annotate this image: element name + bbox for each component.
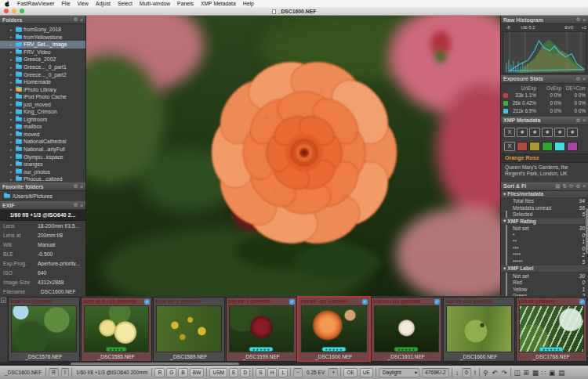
menu-item[interactable]: File: [61, 1, 70, 6]
chevron-right-icon[interactable]: ▸: [10, 139, 14, 144]
folder-tree-item[interactable]: ▸ Lightroom: [0, 116, 85, 124]
gear-icon[interactable]: ⚙: [575, 76, 580, 82]
rating-star-4-button[interactable]: ★: [554, 128, 565, 137]
thumbnail-image[interactable]: [84, 305, 150, 352]
thumbnail-checkbox[interactable]: ✓: [144, 299, 150, 305]
chevron-right-icon[interactable]: ▸: [10, 65, 14, 70]
gear-icon[interactable]: ⚙: [73, 202, 78, 208]
folder-tree-item[interactable]: ▸ oranges: [0, 161, 85, 168]
sharpen-button[interactable]: D: [240, 368, 250, 377]
filter-checkbox[interactable]: [506, 211, 507, 218]
close-icon[interactable]: ×: [80, 17, 83, 23]
gear-icon[interactable]: ⚙: [73, 16, 78, 23]
folder-tree-item[interactable]: ▸ just_moved: [0, 100, 85, 108]
folder-tree-item[interactable]: ▸ Homemade: [0, 78, 85, 86]
menu-item[interactable]: Select: [118, 1, 132, 6]
filmstrip-thumbnail[interactable]: 1/10 f/8 @ISO640 ✓ ★★★★★ _DSC1768.NEF: [516, 297, 588, 362]
filter-row[interactable]: ** 1: [501, 238, 588, 245]
chevron-right-icon[interactable]: ▸: [10, 34, 14, 39]
filter-row[interactable]: * 0: [501, 232, 588, 239]
channel-button[interactable]: R: [154, 368, 165, 377]
thumbnail-checkbox[interactable]: ✓: [434, 299, 440, 305]
scrollbar-thumb[interactable]: [71, 363, 239, 365]
thumbnail-image[interactable]: [301, 305, 367, 352]
menu-item[interactable]: FastRawViewer: [17, 1, 54, 6]
label-cyan-button[interactable]: [554, 142, 565, 151]
filter-row[interactable]: Red 0: [501, 279, 588, 286]
rotate-ccw-icon[interactable]: ↶: [491, 369, 498, 377]
channel-button[interactable]: G: [166, 368, 176, 377]
close-icon[interactable]: ×: [583, 117, 586, 123]
kelvin-value[interactable]: 4769K/-2: [422, 368, 449, 377]
filmstrip-thumbnail[interactable]: 1/20 f/8 +2/3 @ISO400 _DSC1660.NEF: [443, 297, 515, 362]
chevron-right-icon[interactable]: ▸: [10, 49, 14, 54]
oe-button[interactable]: OE: [343, 368, 358, 377]
folder-tree-item[interactable]: ▸ National...artyFull: [0, 146, 85, 153]
chevron-right-icon[interactable]: ▸: [10, 147, 14, 152]
filter-row[interactable]: Not set 30: [501, 273, 588, 280]
main-image-viewer[interactable]: [86, 16, 500, 296]
gear-icon[interactable]: ⚙: [575, 16, 580, 23]
label-magenta-button[interactable]: [567, 142, 578, 151]
tone-button[interactable]: H: [267, 368, 278, 377]
filter-checkbox[interactable]: [506, 279, 507, 286]
folder-tree-item[interactable]: ▸ mailbox: [0, 123, 85, 131]
refresh-icon[interactable]: ⟳: [569, 183, 573, 190]
chevron-right-icon[interactable]: ▸: [10, 102, 14, 106]
thumbnail-image[interactable]: [446, 305, 512, 352]
thumbnail-checkbox[interactable]: ✓: [289, 299, 295, 305]
filmstrip-scrollbar[interactable]: [0, 362, 588, 366]
rating-clear-button[interactable]: X: [504, 128, 515, 137]
label-yellow-button[interactable]: [529, 142, 540, 151]
filter-section-header[interactable]: ▾ Files/metadata: [501, 191, 588, 198]
filter-row[interactable]: Green 3: [501, 293, 588, 296]
chevron-right-icon[interactable]: ▸: [10, 80, 14, 85]
menu-item[interactable]: Adjust: [96, 1, 111, 6]
filmstrip-thumbnail[interactable]: 1/180 f/8 -1 @ISO400 _DSC1589.NEF: [153, 297, 225, 362]
two-pane-icon[interactable]: ◫: [514, 369, 521, 377]
close-icon[interactable]: ×: [1, 298, 6, 303]
close-icon[interactable]: ×: [80, 203, 83, 208]
filmstrip-thumbnail[interactable]: 1/100 f/11 @ISO200 _DSC1576.NEF: [8, 297, 80, 362]
label-green-button[interactable]: [542, 142, 553, 151]
folder-tree-item[interactable]: ▸ fromSony_2018: [0, 26, 85, 34]
chevron-right-icon[interactable]: ▸: [10, 87, 14, 92]
folder-tree-item[interactable]: ▸ Phocus...calized: [0, 175, 85, 182]
filmstrip-thumbnail[interactable]: 1/80 f/8 +1/3 @ISO640 ✓ ★★★★★ _DSC1601.N…: [371, 297, 443, 362]
sort-icon[interactable]: ⇅: [562, 183, 566, 190]
thumbnail-image[interactable]: [374, 305, 440, 352]
filter-row[interactable]: Yellow 1: [501, 286, 588, 293]
chevron-right-icon[interactable]: ▸: [10, 177, 14, 182]
four-corners-icon[interactable]: ∷: [541, 369, 546, 377]
file-list-icon[interactable]: ▤: [555, 183, 560, 190]
close-icon[interactable]: ×: [583, 183, 586, 189]
sharpen-button[interactable]: E: [229, 368, 238, 377]
folder-tree-item[interactable]: ▸ FRV_Video: [0, 49, 85, 56]
thumbnail-image[interactable]: [11, 305, 77, 352]
apple-menu-icon[interactable]: [5, 1, 10, 7]
chevron-right-icon[interactable]: ▸: [10, 154, 14, 159]
magnifier-icon[interactable]: ⚲: [482, 369, 488, 377]
tone-button[interactable]: S: [256, 368, 265, 377]
white-balance-dropdown[interactable]: Daylight ▾: [379, 368, 419, 377]
chevron-right-icon[interactable]: ▸: [10, 169, 14, 174]
folder-tree-item[interactable]: ▸ Greece..._0_part2: [0, 70, 85, 78]
rating-star-2-button[interactable]: ★: [529, 128, 540, 137]
chevron-right-icon[interactable]: ▸: [10, 132, 14, 136]
close-icon[interactable]: ×: [80, 184, 83, 190]
menu-item[interactable]: View: [77, 1, 89, 6]
chevron-right-icon[interactable]: ▸: [10, 162, 14, 167]
folder-tree-item[interactable]: ▸ Greece..._0_part1: [0, 63, 85, 71]
filter-section-header[interactable]: ▾ XMP Label: [501, 265, 588, 273]
single-image-icon[interactable]: ▣: [548, 369, 556, 377]
filter-checkbox[interactable]: [506, 225, 507, 232]
thumbnail-image[interactable]: [229, 305, 295, 352]
folder-tree-item[interactable]: ▸ iPhoto Library: [0, 85, 85, 93]
chevron-right-icon[interactable]: ▸: [10, 42, 14, 47]
rating-star-3-button[interactable]: ★: [542, 128, 553, 137]
close-icon[interactable]: ×: [583, 76, 586, 81]
info-toggle-button[interactable]: I: [61, 368, 69, 377]
grid-3x3-icon[interactable]: ▦: [532, 369, 539, 377]
menu-item[interactable]: XMP Metadata: [201, 1, 236, 6]
label-red-button[interactable]: [517, 142, 528, 151]
